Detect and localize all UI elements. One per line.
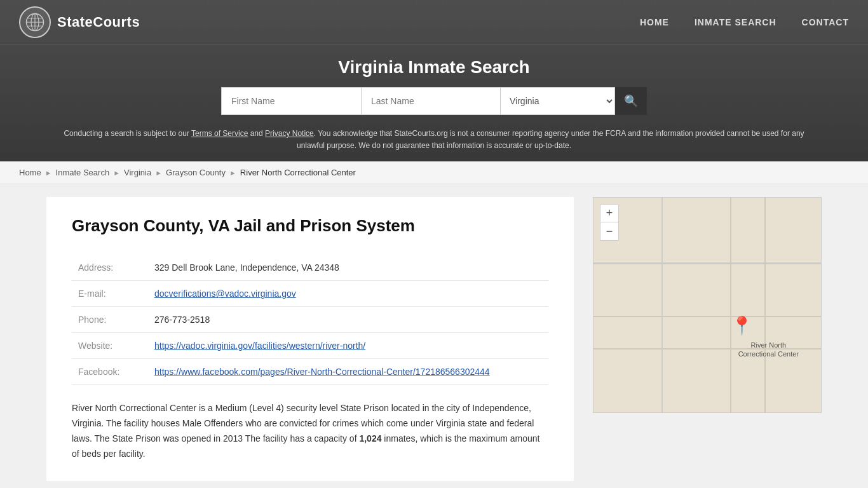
- first-name-input[interactable]: [221, 87, 361, 115]
- breadcrumb-current: River North Correctional Center: [240, 168, 356, 177]
- search-button[interactable]: 🔍: [615, 87, 647, 115]
- breadcrumb-home[interactable]: Home: [19, 168, 41, 177]
- description: River North Correctional Center is a Med…: [72, 401, 548, 461]
- address-value: 329 Dell Brook Lane, Independence, VA 24…: [148, 255, 548, 281]
- map-pin-label: River NorthCorrectional Center: [738, 341, 799, 359]
- map-zoom-controls: + −: [600, 204, 619, 241]
- breadcrumb-state[interactable]: Virginia: [124, 168, 151, 177]
- nav-inmate-search[interactable]: INMATE SEARCH: [695, 17, 776, 27]
- search-icon: 🔍: [624, 94, 638, 108]
- privacy-link[interactable]: Privacy Notice: [265, 129, 314, 138]
- logo-text: StateCourts: [57, 14, 140, 30]
- breadcrumb-inmate-search[interactable]: Inmate Search: [56, 168, 110, 177]
- zoom-in-button[interactable]: +: [600, 205, 618, 222]
- facebook-value: https://www.facebook.com/pages/River-Nor…: [148, 359, 548, 385]
- breadcrumb-sep-2: ►: [113, 169, 120, 177]
- breadcrumb-county[interactable]: Grayson County: [166, 168, 226, 177]
- content-area: Grayson County, VA Jail and Prison Syste…: [46, 197, 574, 480]
- main-container: Grayson County, VA Jail and Prison Syste…: [27, 184, 841, 488]
- top-nav: StateCourts HOME INMATE SEARCH CONTACT: [0, 0, 868, 44]
- breadcrumb: Home ► Inmate Search ► Virginia ► Grayso…: [0, 161, 868, 184]
- address-row: Address: 329 Dell Brook Lane, Independen…: [72, 255, 548, 281]
- zoom-out-button[interactable]: −: [600, 222, 618, 240]
- logo-link[interactable]: StateCourts: [19, 6, 140, 38]
- breadcrumb-sep-4: ►: [229, 169, 236, 177]
- breadcrumb-sep-1: ►: [45, 169, 52, 177]
- breadcrumb-sep-3: ►: [155, 169, 162, 177]
- phone-row: Phone: 276-773-2518: [72, 307, 548, 333]
- website-row: Website: https://vadoc.virginia.gov/faci…: [72, 333, 548, 359]
- search-bar: Select State AlabamaAlaskaArizonaArkansa…: [0, 87, 868, 125]
- terms-link[interactable]: Terms of Service: [191, 129, 248, 138]
- facebook-link[interactable]: https://www.facebook.com/pages/River-Nor…: [154, 367, 490, 377]
- address-label: Address:: [72, 255, 148, 281]
- logo-icon: [19, 6, 51, 38]
- map-pin: 📍: [731, 315, 753, 336]
- email-label: E-mail:: [72, 281, 148, 307]
- nav-links: HOME INMATE SEARCH CONTACT: [640, 17, 849, 27]
- map-background: [593, 198, 821, 412]
- map-container: + − 📍 River NorthCorrectional Center: [593, 197, 822, 413]
- email-row: E-mail: docverifications@vadoc.virginia.…: [72, 281, 548, 307]
- header: StateCourts HOME INMATE SEARCH CONTACT V…: [0, 0, 868, 161]
- disclaimer-text: Conducting a search is subject to our Te…: [0, 125, 868, 161]
- facility-heading: Grayson County, VA Jail and Prison Syste…: [72, 216, 548, 236]
- map-area: + − 📍 River NorthCorrectional Center: [593, 197, 822, 480]
- phone-label: Phone:: [72, 307, 148, 333]
- state-select[interactable]: Select State AlabamaAlaskaArizonaArkansa…: [501, 87, 615, 115]
- website-value: https://vadoc.virginia.gov/facilities/we…: [148, 333, 548, 359]
- facebook-label: Facebook:: [72, 359, 148, 385]
- website-label: Website:: [72, 333, 148, 359]
- email-value: docverifications@vadoc.virginia.gov: [148, 281, 548, 307]
- website-link[interactable]: https://vadoc.virginia.gov/facilities/we…: [154, 341, 365, 351]
- page-title: Virginia Inmate Search: [0, 44, 868, 87]
- facebook-row: Facebook: https://www.facebook.com/pages…: [72, 359, 548, 385]
- phone-value: 276-773-2518: [148, 307, 548, 333]
- email-link[interactable]: docverifications@vadoc.virginia.gov: [154, 288, 296, 299]
- nav-home[interactable]: HOME: [640, 17, 669, 27]
- last-name-input[interactable]: [361, 87, 501, 115]
- nav-contact[interactable]: CONTACT: [802, 17, 849, 27]
- facility-info-table: Address: 329 Dell Brook Lane, Independen…: [72, 255, 548, 385]
- capacity-number: 1,024: [359, 433, 381, 444]
